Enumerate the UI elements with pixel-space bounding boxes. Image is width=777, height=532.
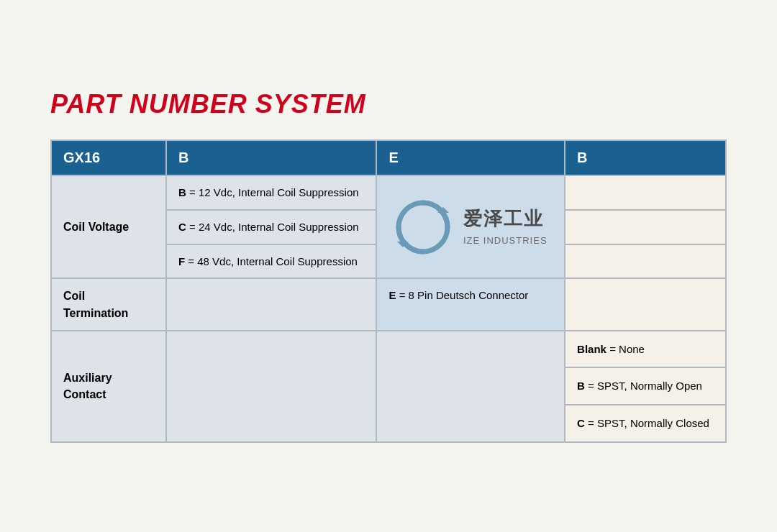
coil-voltage-option-f: F = 48 Vdc, Internal Coil Suppression	[166, 244, 376, 279]
coil-termination-b-empty	[166, 278, 376, 330]
aux-option-b: B = SPST, Normally Open	[565, 367, 726, 405]
header-col2: B	[166, 140, 376, 175]
coil-voltage-option-b: B = 12 Vdc, Internal Coil Suppression	[166, 175, 376, 210]
coil-voltage-row: Coil Voltage B = 12 Vdc, Internal Coil S…	[51, 175, 726, 210]
header-row: GX16 B E B	[51, 140, 726, 175]
header-col3: E	[376, 140, 565, 175]
coil-voltage-col4-1	[565, 175, 726, 210]
coil-voltage-col4-2	[565, 210, 726, 244]
logo-english: IZE INDUSTRIES	[463, 234, 547, 248]
coil-termination-col4	[565, 278, 726, 330]
ize-logo-icon	[394, 198, 452, 256]
coil-voltage-col4-3	[565, 244, 726, 279]
main-container: PART NUMBER SYSTEM GX16 B E B Coil Volta…	[36, 68, 741, 464]
coil-voltage-option-c: C = 24 Vdc, Internal Coil Suppression	[166, 210, 376, 244]
header-col1: GX16	[51, 140, 166, 175]
aux-option-c: C = SPST, Normally Closed	[565, 405, 726, 442]
aux-contact-label: AuxiliaryContact	[51, 331, 166, 442]
coil-termination-label: CoilTermination	[51, 278, 166, 330]
logo-cell: 爱泽工业 IZE INDUSTRIES	[376, 175, 565, 278]
header-col4: B	[565, 140, 726, 175]
logo-chinese: 爱泽工业	[463, 206, 544, 233]
aux-option-blank: Blank = None	[565, 331, 726, 368]
aux-contact-b-empty	[166, 331, 376, 442]
coil-voltage-label: Coil Voltage	[51, 175, 166, 278]
aux-contact-row1: AuxiliaryContact Blank = None	[51, 331, 726, 368]
coil-termination-row: CoilTermination E = 8 Pin Deutsch Connec…	[51, 278, 726, 330]
aux-contact-e-empty	[376, 331, 565, 442]
page-title: PART NUMBER SYSTEM	[50, 89, 727, 119]
part-number-table: GX16 B E B Coil Voltage B = 12 Vdc, Inte…	[50, 139, 727, 443]
coil-termination-e-option: E = 8 Pin Deutsch Connector	[376, 278, 565, 330]
